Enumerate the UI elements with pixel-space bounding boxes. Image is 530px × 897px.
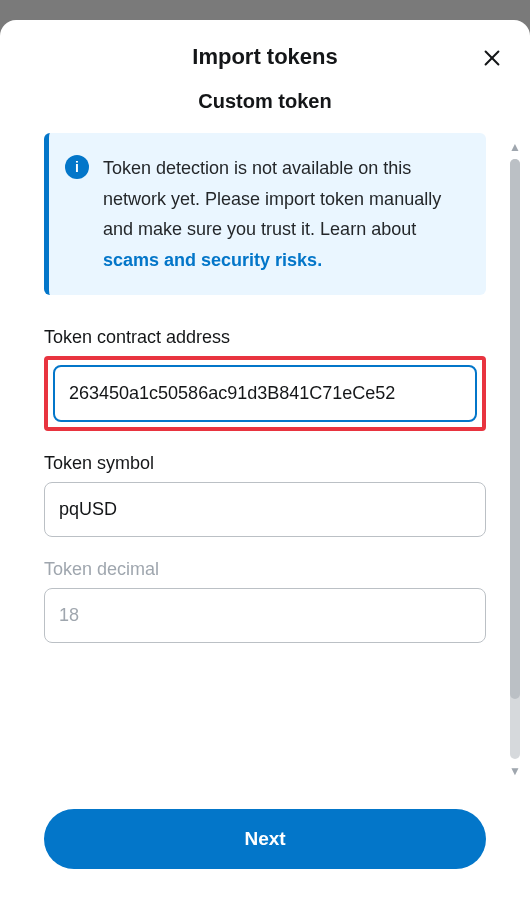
address-label: Token contract address (44, 327, 486, 348)
info-icon: i (65, 155, 89, 179)
import-tokens-modal: Import tokens Custom token i Token detec… (0, 20, 530, 897)
modal-footer: Next (0, 785, 530, 897)
scroll-down-icon[interactable]: ▼ (509, 765, 521, 777)
scrollbar-thumb[interactable] (510, 159, 520, 699)
info-text-body: Token detection is not available on this… (103, 158, 441, 239)
modal-body: i Token detection is not available on th… (0, 133, 530, 785)
close-button[interactable] (478, 44, 506, 72)
symbol-label: Token symbol (44, 453, 486, 474)
token-decimal-input[interactable] (44, 588, 486, 643)
scrollbar-track[interactable] (510, 159, 520, 759)
token-symbol-input[interactable] (44, 482, 486, 537)
scams-risks-link[interactable]: scams and security risks. (103, 250, 322, 270)
token-address-input[interactable] (53, 365, 477, 422)
modal-subtitle: Custom token (0, 82, 530, 133)
decimal-field: Token decimal (44, 559, 486, 643)
info-banner: i Token detection is not available on th… (44, 133, 486, 295)
symbol-field: Token symbol (44, 453, 486, 537)
address-highlight-box (44, 356, 486, 431)
next-button[interactable]: Next (44, 809, 486, 869)
modal-title: Import tokens (192, 44, 337, 70)
close-icon (481, 47, 503, 69)
scroll-up-icon[interactable]: ▲ (509, 141, 521, 153)
scrollbar[interactable]: ▲ ▼ (506, 141, 524, 777)
modal-header: Import tokens (0, 20, 530, 82)
decimal-label: Token decimal (44, 559, 486, 580)
info-text: Token detection is not available on this… (103, 153, 464, 275)
scroll-area[interactable]: i Token detection is not available on th… (0, 133, 530, 785)
